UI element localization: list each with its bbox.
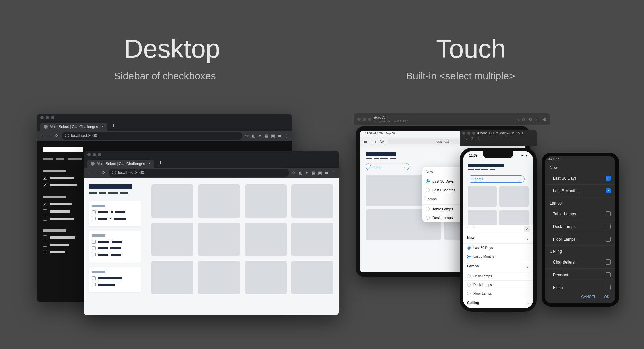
mic-icon[interactable]: ⏺ — [325, 170, 329, 175]
result-card[interactable] — [151, 261, 193, 294]
checkbox-icon[interactable] — [43, 235, 47, 239]
checkbox-icon[interactable] — [43, 202, 47, 206]
checkbox-icon[interactable] — [92, 253, 96, 256]
reload-icon[interactable]: ⟳ — [54, 133, 59, 138]
filter-row[interactable] — [92, 240, 138, 244]
traffic-light-close[interactable] — [357, 118, 361, 121]
checkbox-icon[interactable] — [606, 272, 611, 277]
traffic-light-max[interactable] — [98, 153, 101, 156]
option-row[interactable]: Last 30 Days — [545, 172, 615, 185]
checkbox-icon[interactable] — [606, 188, 611, 193]
appearance-icon[interactable]: ☼ — [535, 117, 539, 122]
filter-row[interactable] — [92, 210, 138, 214]
traffic-light-close[interactable] — [40, 116, 44, 119]
traffic-light-min[interactable] — [46, 116, 49, 119]
star-icon[interactable]: ☆ — [245, 133, 249, 138]
checkbox-icon[interactable] — [43, 250, 47, 254]
result-card[interactable] — [291, 184, 333, 218]
result-card[interactable] — [245, 261, 287, 294]
checkbox-icon[interactable] — [606, 285, 611, 290]
checkbox-icon[interactable] — [606, 211, 611, 216]
menu-icon[interactable]: ⋮ — [332, 170, 336, 175]
back-icon[interactable]: ‹ — [370, 140, 372, 144]
result-card[interactable] — [499, 186, 529, 207]
option-row[interactable]: Floor Lamps — [463, 289, 533, 298]
browser-tab[interactable]: Multi-Select | GUI Challenges × — [87, 160, 154, 168]
extension-icon[interactable]: ◐ — [252, 133, 255, 138]
rotate-icon[interactable]: ⟲ — [528, 117, 532, 122]
option-row[interactable]: Chandeliers — [545, 256, 615, 269]
result-card[interactable] — [291, 223, 333, 256]
star-icon[interactable]: ☆ — [292, 170, 296, 175]
new-tab-button[interactable]: + — [157, 160, 164, 167]
checkbox-icon[interactable] — [606, 224, 611, 229]
option-row[interactable]: Last 6 Months — [463, 252, 533, 261]
devtools-icon[interactable]: ▦ — [311, 170, 315, 175]
option-row[interactable]: Last 30 Days — [463, 244, 533, 252]
result-card[interactable] — [245, 223, 287, 256]
checkbox-icon[interactable] — [606, 176, 611, 181]
option-row[interactable]: Floor Lamps — [545, 233, 615, 246]
filter-row[interactable] — [92, 283, 138, 286]
traffic-light-min[interactable] — [467, 132, 470, 135]
checkbox-icon[interactable] — [92, 240, 96, 244]
prev-option-icon[interactable]: ˄ — [466, 227, 468, 231]
menu-icon[interactable]: ⋮ — [285, 133, 289, 138]
filter-row[interactable] — [92, 253, 138, 256]
home-icon[interactable]: ⌂ — [464, 136, 467, 141]
checkbox-icon[interactable] — [43, 209, 47, 213]
new-tab-button[interactable]: + — [110, 123, 117, 130]
checkbox-icon[interactable] — [43, 176, 47, 180]
reload-icon[interactable]: ⟳ — [101, 170, 106, 175]
extension-icon[interactable]: ◐ — [299, 170, 302, 175]
back-icon[interactable]: ← — [87, 170, 91, 175]
result-card[interactable] — [245, 184, 287, 218]
option-row[interactable]: Desk Lamps — [463, 272, 533, 281]
share-icon[interactable]: ⇧ — [477, 136, 480, 141]
traffic-light-max[interactable] — [472, 132, 475, 135]
checkbox-icon[interactable] — [43, 183, 47, 187]
browser-tab[interactable]: Multi-Select | GUI Challenges × — [40, 123, 107, 131]
optgroup-header[interactable]: Ceiling› — [463, 298, 533, 308]
traffic-light-close[interactable] — [462, 132, 465, 135]
checkbox-icon[interactable] — [43, 243, 47, 247]
cast-icon[interactable]: ▣ — [271, 133, 275, 138]
traffic-light-close[interactable] — [87, 153, 91, 156]
filter-row[interactable] — [92, 246, 138, 250]
filter-row[interactable] — [92, 217, 138, 220]
cast-icon[interactable]: ▣ — [318, 170, 322, 175]
checkbox-icon[interactable] — [92, 210, 96, 214]
checkbox-icon[interactable] — [606, 259, 611, 265]
sidebar-icon[interactable]: ☰ — [364, 139, 367, 144]
url-field[interactable]: ⓘ localhost:3000 — [62, 132, 242, 140]
mic-icon[interactable]: ⏺ — [278, 133, 282, 138]
checkbox-icon[interactable] — [92, 246, 96, 250]
ok-button[interactable]: OK — [604, 295, 609, 299]
traffic-light-min[interactable] — [363, 118, 366, 121]
close-tab-icon[interactable]: × — [101, 124, 104, 129]
puzzle-icon[interactable]: ✦ — [305, 170, 309, 175]
checkbox-icon[interactable] — [92, 217, 96, 220]
option-row[interactable]: Last 6 Months — [545, 185, 615, 197]
result-card[interactable] — [151, 223, 193, 256]
traffic-light-max[interactable] — [51, 116, 54, 119]
screenshot-icon[interactable]: ⎙ — [522, 117, 525, 122]
filter-select-pill[interactable]: 2 Items — [366, 163, 409, 170]
puzzle-icon[interactable]: ✦ — [258, 133, 262, 138]
cancel-button[interactable]: CANCEL — [581, 295, 596, 299]
filter-select-pill[interactable]: 3 Items — [468, 175, 525, 183]
checkbox-icon[interactable] — [606, 237, 611, 242]
option-row[interactable]: Table Lamps — [545, 208, 615, 220]
result-card[interactable] — [291, 261, 333, 294]
close-sheet-button[interactable]: ✕ — [524, 226, 530, 232]
next-option-icon[interactable]: ˅ — [473, 227, 475, 231]
traffic-light-max[interactable] — [368, 118, 371, 121]
forward-icon[interactable]: › — [375, 140, 376, 144]
result-card[interactable] — [198, 184, 240, 218]
traffic-light-min[interactable] — [93, 153, 96, 156]
forward-icon[interactable]: → — [47, 133, 52, 138]
result-card[interactable] — [198, 261, 240, 294]
back-icon[interactable]: ← — [40, 133, 44, 138]
checkbox-icon[interactable] — [92, 283, 96, 286]
filter-row[interactable] — [92, 276, 138, 280]
